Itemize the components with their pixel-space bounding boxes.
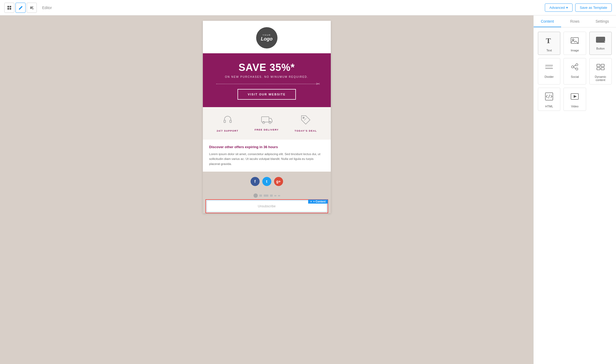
- tag-icon: [286, 115, 325, 127]
- svg-rect-4: [224, 120, 226, 123]
- editor-label: Editor: [42, 6, 52, 10]
- feature-support: 24/7 SUPPORT: [208, 115, 247, 132]
- content-item-dynamic[interactable]: Dynamic content: [589, 58, 612, 84]
- dotted-divider: [216, 84, 317, 84]
- twitter-icon[interactable]: t: [262, 177, 271, 186]
- delivery-label: FREE DELIVERY: [247, 128, 286, 131]
- toolbar: Editor Advanced ▾ Save as Template: [0, 0, 616, 15]
- logo-text: Logo: [261, 36, 273, 42]
- button-content-icon: [596, 36, 605, 45]
- video-content-icon: [570, 92, 579, 103]
- bottom-rect-4: [274, 195, 276, 196]
- scissors-icon: ✂: [316, 81, 320, 87]
- text-label: Text: [546, 49, 552, 52]
- selected-content-block[interactable]: + + Content Unsubscribe: [206, 199, 328, 213]
- feature-delivery: FREE DELIVERY: [247, 115, 286, 132]
- svg-rect-25: [601, 64, 604, 67]
- svg-rect-1: [10, 6, 11, 7]
- divider-label: Divider: [545, 75, 554, 78]
- content-item-image[interactable]: Image: [563, 32, 586, 55]
- grid-view-button[interactable]: [4, 3, 14, 13]
- bottom-rect-5: [278, 195, 280, 196]
- content-badge: + + Content: [308, 200, 328, 204]
- html-label: HTML: [545, 105, 553, 108]
- edit-view-button[interactable]: [15, 3, 26, 13]
- canvas-area: YOUR Logo SAVE 35%* ON NEW PURCHASES. NO…: [0, 15, 533, 364]
- facebook-icon[interactable]: f: [251, 177, 260, 186]
- svg-rect-15: [596, 37, 605, 42]
- svg-rect-27: [601, 68, 604, 70]
- google-plus-icon[interactable]: g+: [274, 177, 283, 186]
- logo-circle: YOUR Logo: [256, 27, 277, 48]
- svg-line-10: [304, 118, 306, 120]
- svg-point-19: [576, 64, 578, 66]
- panel-content: T Text Image: [534, 27, 616, 115]
- svg-rect-6: [261, 117, 269, 122]
- svg-point-20: [571, 66, 574, 68]
- offers-title: Discover other offers expiring in 36 hou…: [209, 145, 324, 149]
- social-content-icon: [570, 63, 579, 73]
- bottom-rect-3: [270, 195, 273, 197]
- right-panel: Content Rows Settings T Text: [533, 15, 616, 364]
- svg-point-21: [576, 68, 578, 70]
- logo-your: YOUR: [263, 34, 271, 36]
- svg-rect-24: [597, 64, 600, 67]
- image-label: Image: [571, 49, 579, 52]
- dynamic-label: Dynamic content: [592, 75, 609, 82]
- chevron-down-icon: ▾: [566, 6, 568, 10]
- html-content-icon: [545, 92, 553, 103]
- svg-rect-2: [7, 8, 9, 10]
- offers-body: Lorem ipsum dolor sit amet, consectetur …: [209, 152, 324, 166]
- content-item-social[interactable]: Social: [563, 58, 586, 84]
- svg-line-22: [574, 65, 576, 66]
- button-label: Button: [596, 47, 605, 50]
- plus-icon: +: [310, 200, 312, 203]
- feature-deal: TODAY'S DEAL: [286, 115, 325, 132]
- bottom-rect-2: [264, 195, 268, 197]
- image-content-icon: [570, 36, 579, 47]
- toolbar-icons: [4, 3, 37, 13]
- content-item-text[interactable]: T Text: [538, 32, 560, 55]
- deal-label: TODAY'S DEAL: [286, 130, 325, 132]
- divider-content-icon: [545, 63, 553, 73]
- bottom-avatar: [253, 193, 258, 198]
- tab-settings[interactable]: Settings: [589, 15, 616, 27]
- features-section: 24/7 SUPPORT FREE DELIVERY: [203, 107, 331, 140]
- logo-section: YOUR Logo: [203, 21, 331, 53]
- offers-section: Discover other offers expiring in 36 hou…: [203, 140, 331, 172]
- social-label: Social: [571, 75, 579, 78]
- visit-website-button[interactable]: VISIT OUR WEBSITE: [237, 89, 296, 100]
- hero-section: SAVE 35%* ON NEW PURCHASES. NO MINUMUM R…: [203, 53, 331, 107]
- main-layout: YOUR Logo SAVE 35%* ON NEW PURCHASES. NO…: [0, 15, 616, 364]
- content-item-divider[interactable]: Divider: [538, 58, 560, 84]
- bottom-bar-inner: [206, 193, 328, 199]
- svg-rect-0: [7, 6, 9, 7]
- content-item-button[interactable]: Button: [589, 32, 612, 55]
- save-template-button[interactable]: Save as Template: [575, 3, 612, 12]
- support-label: 24/7 SUPPORT: [208, 130, 247, 132]
- hero-headline: SAVE 35%*: [211, 62, 323, 73]
- svg-rect-5: [230, 120, 231, 123]
- bottom-bar: + + Content Unsubscribe: [203, 191, 331, 213]
- text-content-icon: T: [545, 36, 553, 47]
- email-template: YOUR Logo SAVE 35%* ON NEW PURCHASES. NO…: [203, 21, 331, 213]
- dynamic-content-icon: [596, 63, 605, 73]
- social-section: f t g+: [203, 172, 331, 191]
- headphones-icon: [208, 115, 247, 127]
- panel-tabs: Content Rows Settings: [534, 15, 616, 27]
- tab-content[interactable]: Content: [534, 15, 561, 27]
- hero-subtext: ON NEW PURCHASES. NO MINUMUM REQUIRED.: [211, 75, 323, 78]
- svg-rect-3: [10, 8, 11, 10]
- svg-point-9: [303, 117, 304, 119]
- svg-line-23: [574, 67, 576, 68]
- svg-marker-30: [574, 95, 576, 98]
- preview-button[interactable]: [27, 3, 37, 13]
- bottom-rect-1: [259, 195, 262, 197]
- tab-rows[interactable]: Rows: [561, 15, 589, 27]
- truck-icon: [247, 115, 286, 126]
- advanced-button[interactable]: Advanced ▾: [545, 3, 573, 12]
- svg-rect-26: [597, 68, 600, 70]
- content-item-html[interactable]: HTML: [538, 88, 560, 111]
- content-item-video[interactable]: Video: [563, 88, 586, 111]
- video-label: Video: [571, 105, 579, 108]
